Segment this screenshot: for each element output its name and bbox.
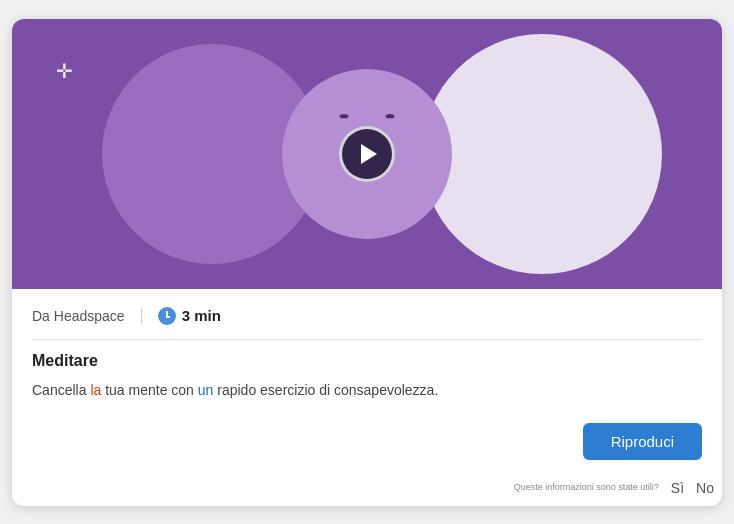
duration-text: 3 min — [182, 307, 221, 324]
footer-row: Queste informazioni sono state utili? Sì… — [12, 476, 722, 506]
riproduci-button[interactable]: Riproduci — [583, 423, 702, 460]
feedback-yes-button[interactable]: Sì — [671, 480, 684, 496]
eye-right — [383, 114, 397, 128]
footer-info-text: Queste informazioni sono state utili? — [514, 482, 659, 494]
circle-right-decoration — [422, 34, 662, 274]
feedback-no-button[interactable]: No — [696, 480, 714, 496]
meta-row: Da Headspace 3 min — [32, 307, 702, 340]
cursor-icon: ✛ — [56, 59, 73, 83]
eye-left — [337, 114, 351, 128]
play-triangle-icon — [361, 144, 377, 164]
card: ✛ Da Headspace 3 min Meditare Cancella l… — [12, 19, 722, 506]
clock-icon — [158, 307, 176, 325]
card-title: Meditare — [32, 352, 702, 370]
card-description: Cancella la tua mente con un rapido eser… — [32, 380, 702, 401]
highlight-la: la — [90, 382, 101, 398]
card-content: Da Headspace 3 min Meditare Cancella la … — [12, 289, 722, 476]
thumbnail: ✛ — [12, 19, 722, 289]
highlight-un: un — [198, 382, 214, 398]
action-row: Riproduci — [32, 415, 702, 464]
duration-block: 3 min — [142, 307, 221, 325]
author-label: Da Headspace — [32, 308, 142, 324]
video-play-button[interactable] — [339, 126, 395, 182]
